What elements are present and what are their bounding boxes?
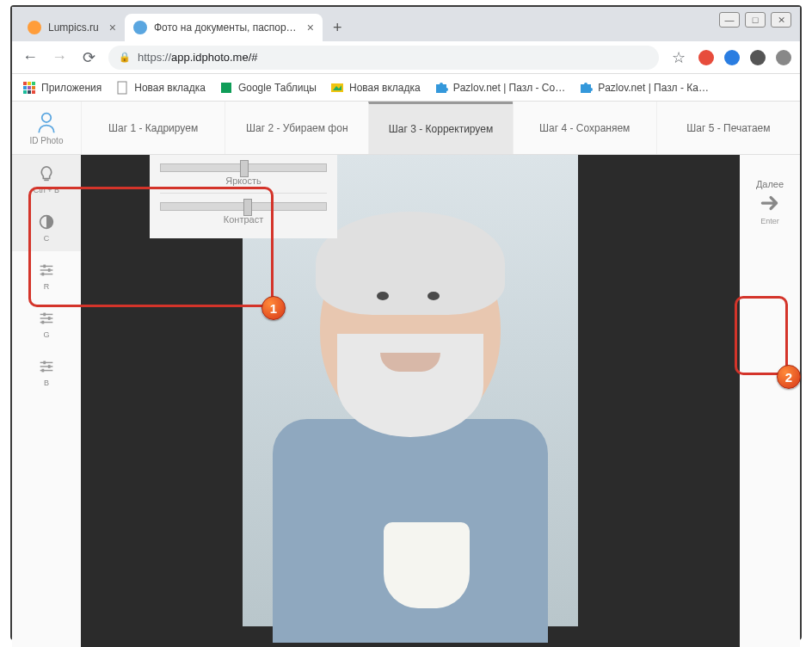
svg-rect-2 <box>32 82 35 85</box>
svg-rect-19 <box>43 264 46 268</box>
step-tab-1[interactable]: Шаг 1 - Кадрируем <box>81 102 225 154</box>
svg-rect-5 <box>32 86 35 89</box>
arrow-right-icon <box>759 192 781 214</box>
svg-rect-33 <box>42 368 45 372</box>
red-channel-tool[interactable]: R <box>12 251 81 299</box>
url-input[interactable]: 🔒 https://app.idphoto.me/# <box>108 46 659 70</box>
extension-icon[interactable] <box>698 50 714 65</box>
menu-icon[interactable] <box>776 50 791 65</box>
bookmark-label: Новая вкладка <box>349 82 421 94</box>
bookmark-star-icon[interactable]: ☆ <box>669 48 688 67</box>
apps-grid-icon <box>22 81 36 95</box>
step-tab-3[interactable]: Шаг 3 - Корректируем <box>368 102 512 154</box>
sliders-icon <box>37 309 56 328</box>
nav-sidebar: Далее Enter Назад Backspace <box>740 155 800 647</box>
blue-channel-tool[interactable]: B <box>12 348 81 396</box>
browser-tab-strip: Lumpics.ru × Фото на документы, паспорта… <box>12 7 800 41</box>
tool-hotkey: C <box>44 234 50 243</box>
step-tab-5[interactable]: Шаг 5 - Печатаем <box>656 102 800 154</box>
brightness-tool[interactable]: Ctrl + B <box>12 155 81 203</box>
svg-rect-3 <box>23 86 27 89</box>
slider-thumb[interactable] <box>243 199 252 216</box>
new-tab-button[interactable]: + <box>323 19 353 37</box>
tab-title: Lumpics.ru <box>48 22 99 34</box>
step-tab-2[interactable]: Шаг 2 - Убираем фон <box>225 102 368 154</box>
extensions-area <box>698 50 791 65</box>
svg-point-13 <box>42 114 52 123</box>
next-hotkey: Enter <box>760 217 779 225</box>
next-label: Далее <box>756 179 784 189</box>
contrast-slider[interactable] <box>160 202 327 211</box>
window-maximize-button[interactable]: □ <box>745 12 766 28</box>
url-path: app.idphoto.me/# <box>171 51 257 64</box>
nav-back-button[interactable]: ← <box>21 48 40 66</box>
puzzle-icon <box>434 81 448 95</box>
contrast-tool[interactable]: C <box>12 203 81 251</box>
nav-forward-button[interactable]: → <box>50 48 69 66</box>
url-protocol: https:// <box>138 51 171 64</box>
bookmark-item[interactable]: Pazlov.net | Пазл - Ка… <box>579 81 709 95</box>
logo-label: ID Photo <box>30 136 64 145</box>
svg-rect-10 <box>221 83 231 93</box>
avatar-icon[interactable] <box>750 50 766 65</box>
svg-rect-4 <box>28 86 31 89</box>
extension-icon[interactable] <box>724 50 740 65</box>
tab-favicon-icon <box>28 21 41 34</box>
svg-rect-0 <box>23 82 27 85</box>
bookmark-item[interactable]: Новая вкладка <box>115 81 206 95</box>
svg-rect-6 <box>23 90 27 94</box>
bookmark-item[interactable]: Новая вкладка <box>330 81 421 95</box>
sliders-icon <box>37 357 56 376</box>
svg-rect-31 <box>43 360 46 364</box>
browser-tab-active[interactable]: Фото на документы, паспорта, в × <box>125 14 323 41</box>
person-icon <box>34 110 58 134</box>
tool-hotkey: G <box>43 330 49 339</box>
svg-rect-20 <box>48 268 51 272</box>
svg-rect-26 <box>48 317 51 320</box>
nav-reload-button[interactable]: ⟳ <box>79 48 98 67</box>
bookmark-label: Новая вкладка <box>134 82 206 94</box>
window-close-button[interactable]: ⨯ <box>771 12 791 28</box>
brightness-slider[interactable] <box>160 163 327 172</box>
tab-close-icon[interactable]: × <box>304 21 314 34</box>
puzzle-icon <box>579 81 593 95</box>
svg-rect-1 <box>28 82 31 85</box>
sliders-icon <box>37 261 56 280</box>
address-bar: ← → ⟳ 🔒 https://app.idphoto.me/# ☆ <box>12 41 800 74</box>
browser-tab[interactable]: Lumpics.ru × <box>19 14 125 41</box>
window-minimize-button[interactable]: — <box>719 12 740 28</box>
svg-rect-25 <box>43 312 46 316</box>
svg-rect-27 <box>42 320 45 324</box>
slider-thumb[interactable] <box>240 160 249 177</box>
contrast-icon <box>37 213 56 231</box>
next-button[interactable]: Далее Enter <box>740 179 800 225</box>
bookmark-label: Приложения <box>41 82 102 94</box>
bookmark-item[interactable]: Pazlov.net | Пазл - Со… <box>434 81 565 95</box>
tab-favicon-icon <box>133 21 147 34</box>
tab-title: Фото на документы, паспорта, в <box>154 22 297 34</box>
step-tab-4[interactable]: Шаг 4 - Сохраняем <box>513 102 656 154</box>
bookmark-label: Google Таблицы <box>238 82 317 94</box>
tab-close-icon[interactable]: × <box>106 21 116 34</box>
svg-rect-8 <box>32 90 35 94</box>
app-steps-header: ID Photo Шаг 1 - Кадрируем Шаг 2 - Убира… <box>12 102 800 155</box>
svg-rect-7 <box>28 90 31 94</box>
tool-hotkey: R <box>44 282 50 291</box>
document-icon <box>115 81 129 95</box>
green-channel-tool[interactable]: G <box>12 299 81 348</box>
svg-rect-21 <box>42 272 45 275</box>
tool-hotkey: Ctrl + B <box>34 186 59 194</box>
bookmarks-bar: Приложения Новая вкладка Google Таблицы … <box>12 74 800 102</box>
tool-hotkey: B <box>44 379 49 387</box>
tools-sidebar: Ctrl + B C R G B <box>12 155 81 647</box>
adjustment-panel: Яркость Контраст <box>150 155 337 238</box>
svg-rect-32 <box>48 365 51 368</box>
lock-icon: 🔒 <box>119 52 131 63</box>
svg-rect-9 <box>118 82 126 94</box>
image-icon <box>330 81 344 95</box>
bookmark-item[interactable]: Google Таблицы <box>219 81 317 95</box>
annotation-badge-2: 2 <box>777 365 801 389</box>
bookmark-apps[interactable]: Приложения <box>22 81 102 95</box>
photo-canvas: Яркость Контраст <box>81 155 740 647</box>
app-logo[interactable]: ID Photo <box>12 102 81 154</box>
